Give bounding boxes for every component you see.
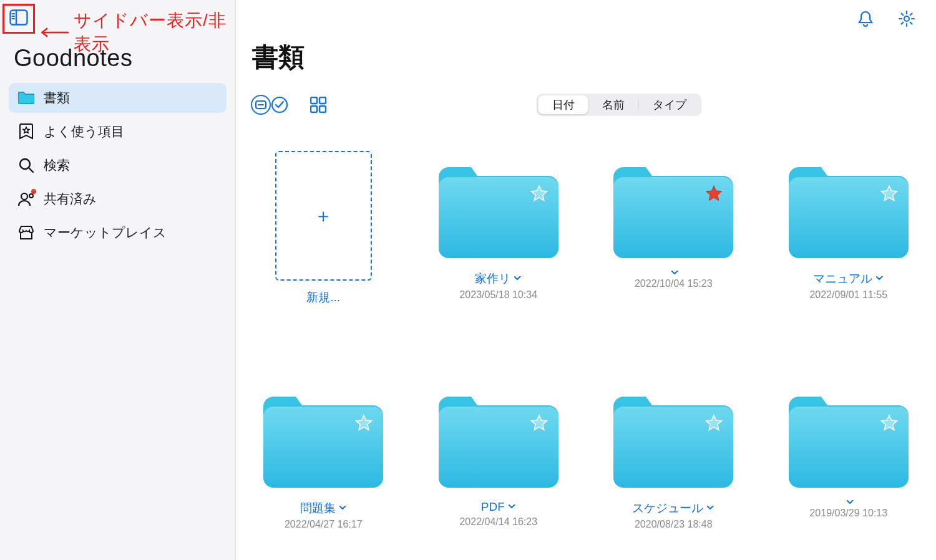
sidebar-item-favorites[interactable]: よく使う項目 [9,117,227,147]
sidebar-item-shared[interactable]: 共有済み [9,184,227,214]
folder-tile[interactable]: 問題集 2022/04/27 16:17 [255,380,392,530]
star-icon[interactable] [704,414,723,433]
tile-label[interactable]: PDF [481,500,516,514]
tile-label[interactable]: マニュアル [813,271,884,287]
notification-dot [31,189,36,194]
folder-tile[interactable]: マニュアル 2022/09/01 11:55 [780,151,918,306]
sort-option-type[interactable]: タイプ [639,95,700,114]
new-document-tile[interactable]: ＋ 新規... [255,151,392,306]
tile-label[interactable] [843,500,854,505]
checkmark-circle-icon [271,96,288,113]
storefront-icon [17,224,35,241]
tile-label[interactable]: 家作リ [475,271,522,287]
tile-label[interactable]: スケジュール [632,500,714,516]
arrow-left-icon [40,26,70,39]
svg-point-8 [21,193,27,200]
bookmark-star-icon [17,123,35,140]
document-grid: ＋ 新規... [251,151,921,530]
tile-date: 2023/05/18 10:34 [459,289,537,301]
settings-button[interactable] [897,9,916,28]
star-icon[interactable] [704,185,723,203]
tile-name: 問題集 [300,500,336,516]
main-area: 書類 日付 名前 タイプ [236,0,936,560]
sidebar-toggle-highlight [2,4,35,34]
folder-tile[interactable]: PDF 2022/04/14 16:23 [430,380,568,530]
person-shared-icon [17,190,35,208]
topbar [251,0,921,37]
star-icon[interactable] [880,185,899,203]
tile-date: 2019/03/29 10:13 [809,508,887,519]
svg-rect-16 [311,106,317,112]
folder-icon [613,393,733,491]
star-icon[interactable] [880,414,899,433]
sidebar-item-search[interactable]: 検索 [9,150,227,180]
folder-icon [789,393,909,491]
folder-icon [17,89,35,107]
folder-icon [439,393,558,491]
star-icon[interactable] [354,414,373,433]
sort-segmented-control: 日付 名前 タイプ [537,94,702,116]
tile-date: 2022/10/04 15:23 [635,278,713,289]
bell-icon [857,10,874,27]
toolbar: 日付 名前 タイプ [251,92,921,117]
annotation-callout: サイドバー表示/非表示 [40,9,235,56]
svg-point-9 [29,194,33,198]
annotation-text: サイドバー表示/非表示 [74,9,235,56]
tile-label[interactable] [668,271,679,276]
sidebar-item-documents[interactable]: 書類 [9,83,227,113]
outline-icon [255,100,266,109]
tile-label[interactable]: 問題集 [300,500,347,516]
gear-icon [898,10,915,27]
sidebar-item-label: よく使う項目 [44,123,124,140]
chevron-down-icon [339,506,347,511]
notifications-button[interactable] [856,9,875,28]
sidebar-item-label: 検索 [44,157,70,174]
folder-icon [263,393,383,491]
star-icon[interactable] [530,185,548,203]
folder-icon [789,163,909,262]
tile-label: 新規... [306,289,340,306]
chevron-down-icon [876,276,884,281]
tile-date: 2022/04/14 16:23 [459,516,537,528]
folder-tile[interactable]: 家作リ 2023/05/18 10:34 [430,151,568,306]
folder-icon [613,163,733,262]
chevron-down-icon [514,276,522,281]
new-document-frame: ＋ [275,151,372,281]
svg-rect-17 [319,106,326,112]
plus-icon: ＋ [314,203,333,229]
svg-rect-0 [11,11,27,25]
folder-tile[interactable]: 2022/10/04 15:23 [605,151,743,306]
tile-name: PDF [481,500,505,514]
chevron-down-icon [707,506,714,511]
sort-option-name[interactable]: 名前 [588,95,638,114]
tile-date: 2022/04/27 16:17 [285,519,363,530]
svg-rect-14 [311,97,317,104]
folder-icon [439,163,558,262]
sidebar-toggle-icon[interactable] [9,9,28,28]
tile-date: 2020/08/23 18:48 [635,519,713,530]
tile-name: スケジュール [632,500,703,516]
select-button[interactable] [271,96,288,113]
folder-tile[interactable]: 2019/03/29 10:13 [780,380,918,530]
view-mode-button[interactable] [310,96,327,113]
sidebar-item-label: 書類 [44,89,70,107]
svg-point-10 [904,16,909,21]
sidebar-item-label: 共有済み [44,190,97,208]
chevron-down-icon [671,271,679,276]
page-title: 書類 [252,40,921,75]
sidebar-nav: 書類 よく使う項目 検索 [9,83,227,248]
tile-date: 2022/09/01 11:55 [809,289,887,301]
chevron-down-icon [509,504,516,509]
sidebar-item-label: マーケットプレイス [44,224,167,241]
outline-button[interactable] [251,95,271,115]
sidebar-item-marketplace[interactable]: マーケットプレイス [9,218,227,248]
star-icon[interactable] [530,414,548,433]
sidebar: サイドバー表示/非表示 Goodnotes 書類 よく使 [0,0,236,560]
svg-line-7 [29,168,33,172]
search-icon [17,157,35,174]
folder-tile[interactable]: スケジュール 2020/08/23 18:48 [605,380,743,530]
svg-rect-15 [319,97,326,104]
sort-option-date[interactable]: 日付 [539,95,588,114]
chevron-down-icon [847,500,854,505]
grid-icon [310,97,326,113]
